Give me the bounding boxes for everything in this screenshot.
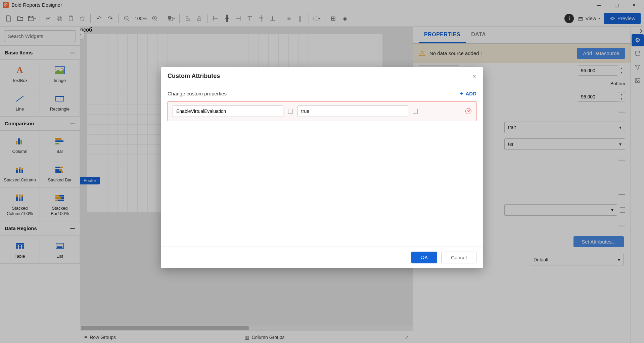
dialog-ok-button[interactable]: OK: [411, 252, 438, 263]
dialog-cancel-button[interactable]: Cancel: [441, 252, 476, 263]
attribute-checkbox-2[interactable]: [413, 109, 418, 114]
attribute-remove-icon[interactable]: ✕: [465, 108, 471, 114]
dialog-subtitle: Change custom properties: [168, 91, 227, 96]
attribute-checkbox-1[interactable]: [288, 109, 293, 114]
attribute-value-input[interactable]: [297, 105, 408, 117]
attribute-row: ✕: [168, 101, 476, 121]
dialog-add-button[interactable]: + ADD: [460, 90, 476, 97]
custom-attributes-dialog: Custom Attributes ✕ Change custom proper…: [161, 67, 483, 268]
attribute-name-input[interactable]: [173, 105, 283, 117]
dialog-title: Custom Attributes: [168, 73, 220, 80]
dialog-close-icon[interactable]: ✕: [472, 74, 476, 79]
